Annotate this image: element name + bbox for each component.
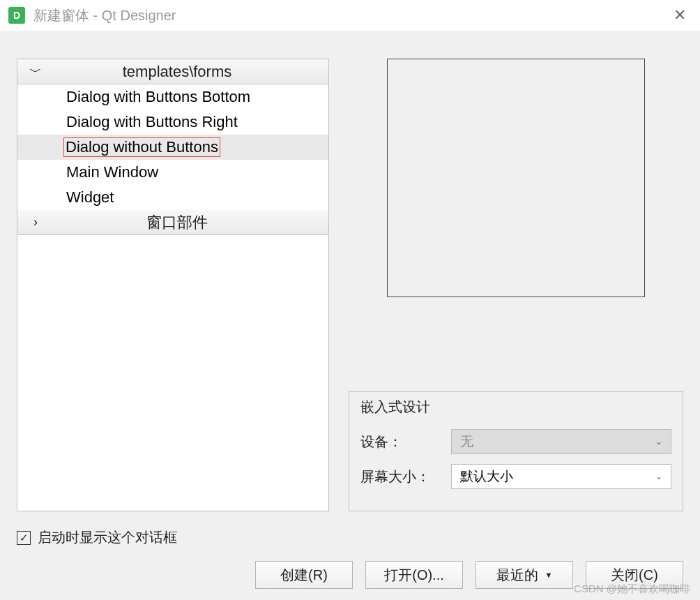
tree-group-label: templates\forms <box>54 63 328 81</box>
tree-item-selected[interactable]: Dialog without Buttons <box>17 135 328 160</box>
checkbox-label: 启动时显示这个对话框 <box>38 528 177 547</box>
button-label: 打开(O)... <box>384 566 444 585</box>
open-button[interactable]: 打开(O)... <box>365 561 463 589</box>
chevron-down-icon: ⌄ <box>655 472 662 481</box>
tree-item[interactable]: Dialog with Buttons Bottom <box>17 84 328 110</box>
tree-item-label: Main Window <box>66 163 158 181</box>
chevron-down-icon: ﹀ <box>17 63 54 80</box>
show-on-startup-checkbox[interactable]: ✓ 启动时显示这个对话框 <box>17 528 683 547</box>
form-preview <box>387 59 645 297</box>
tree-item[interactable]: Widget <box>17 185 328 210</box>
tree-item-label: Dialog without Buttons <box>63 137 220 157</box>
dialog-content: ﹀ templates\forms Dialog with Buttons Bo… <box>0 31 700 600</box>
button-label: 关闭(C) <box>611 566 658 585</box>
screen-size-label: 屏幕大小： <box>360 467 444 486</box>
tree-item-label: Widget <box>66 188 114 207</box>
tree-group-templates[interactable]: ﹀ templates\forms <box>17 59 328 84</box>
checkbox-icon: ✓ <box>17 531 31 545</box>
template-tree[interactable]: ﹀ templates\forms Dialog with Buttons Bo… <box>17 59 329 511</box>
tree-item[interactable]: Main Window <box>17 160 328 185</box>
screen-size-combo[interactable]: 默认大小 ⌄ <box>451 464 671 489</box>
tree-item-label: Dialog with Buttons Right <box>66 113 238 131</box>
tree-group-label: 窗口部件 <box>54 212 328 233</box>
tree-item[interactable]: Dialog with Buttons Right <box>17 110 328 135</box>
tree-group-widgets[interactable]: › 窗口部件 <box>17 210 328 235</box>
combo-value: 无 <box>460 433 473 451</box>
button-label: 最近的 <box>496 566 538 585</box>
app-icon: D <box>8 7 25 24</box>
close-icon[interactable]: ✕ <box>668 6 692 24</box>
tree-item-label: Dialog with Buttons Bottom <box>66 88 250 106</box>
group-title: 嵌入式设计 <box>360 398 671 417</box>
create-button[interactable]: 创建(R) <box>255 561 353 589</box>
device-combo: 无 ⌄ <box>451 429 671 454</box>
close-button[interactable]: 关闭(C) <box>586 561 683 589</box>
embedded-design-group: 嵌入式设计 设备： 无 ⌄ 屏幕大小： 默认大小 ⌄ <box>349 391 683 511</box>
chevron-right-icon: › <box>17 215 54 230</box>
recent-button[interactable]: 最近的 ▼ <box>475 561 573 589</box>
window-title: 新建窗体 - Qt Designer <box>33 6 176 25</box>
button-label: 创建(R) <box>280 566 328 585</box>
device-label: 设备： <box>360 433 444 451</box>
chevron-down-icon: ⌄ <box>655 437 662 447</box>
dropdown-arrow-icon: ▼ <box>545 571 553 579</box>
combo-value: 默认大小 <box>460 467 513 486</box>
titlebar: D 新建窗体 - Qt Designer ✕ <box>0 0 700 31</box>
